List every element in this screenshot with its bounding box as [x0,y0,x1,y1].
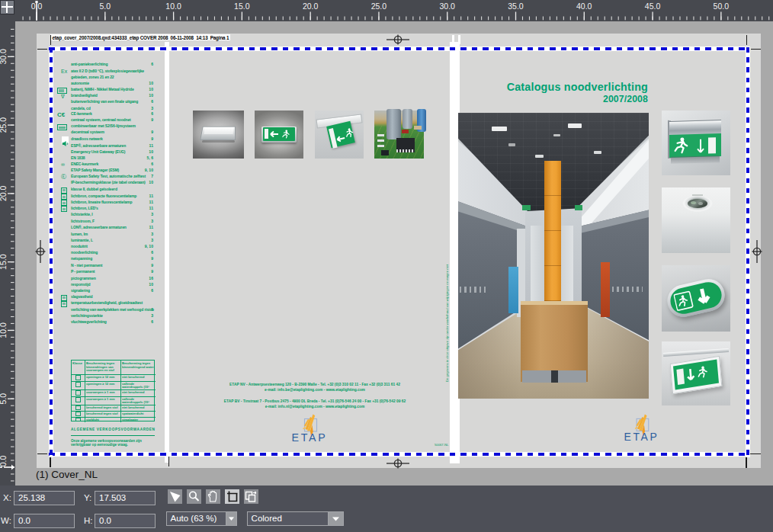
svg-text:20.0: 20.0 [303,2,319,11]
svg-text:20.0: 20.0 [0,186,8,202]
svg-text:30.0: 30.0 [439,2,455,11]
svg-text:25.0: 25.0 [371,2,387,11]
svg-text:15.0: 15.0 [0,254,8,270]
svg-text:10.0: 10.0 [0,322,8,338]
svg-text:25.0: 25.0 [0,117,8,133]
svg-text:50.0: 50.0 [714,2,730,11]
svg-text:0.0: 0.0 [0,456,8,467]
svg-text:ETAP: ETAP [624,431,659,443]
svg-text:15.0: 15.0 [234,2,250,11]
svg-text:45.0: 45.0 [645,2,661,11]
svg-text:5.0: 5.0 [0,393,8,405]
svg-text:5.0: 5.0 [99,2,111,11]
svg-text:35.0: 35.0 [508,2,524,11]
svg-text:40.0: 40.0 [576,2,592,11]
svg-text:30.0: 30.0 [0,49,8,65]
svg-text:ETAP: ETAP [292,431,328,444]
svg-text:10.0: 10.0 [165,2,181,11]
